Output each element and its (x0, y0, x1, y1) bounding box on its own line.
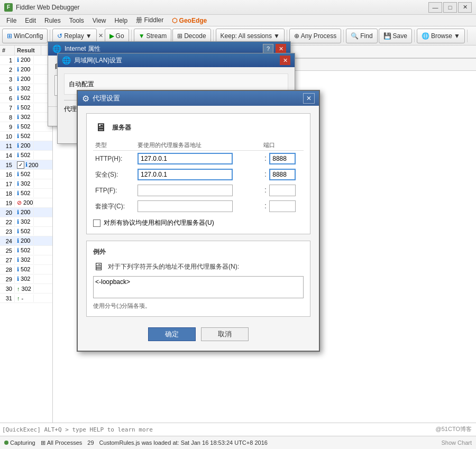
replay-dropdown-icon: ▼ (86, 32, 92, 40)
table-row[interactable]: 18ℹ 502 (0, 189, 52, 198)
row-icon: ℹ (17, 95, 19, 101)
exceptions-textarea[interactable]: <-loopback> (93, 276, 304, 298)
any-process-button[interactable]: ⊕ Any Process (289, 29, 341, 43)
table-row[interactable]: 10ℹ 502 (0, 132, 52, 141)
row-icon: ℹ (17, 276, 19, 282)
table-row[interactable]: 16ℹ 502 (0, 170, 52, 179)
winconfig-button[interactable]: ⊞ WinConfig (2, 29, 48, 43)
menu-tools[interactable]: Tools (65, 16, 88, 25)
close-button[interactable]: ✕ (458, 2, 472, 13)
internet-dialog-icon: 🌐 (52, 44, 61, 53)
proxy-socks-address-input[interactable] (138, 200, 233, 212)
table-row[interactable]: 14ℹ 502 (0, 151, 52, 160)
dialog-internet-help-button[interactable]: ? (263, 44, 273, 53)
show-chart-btn[interactable]: Show Chart (442, 439, 472, 446)
proxy-socks-sep: : (263, 201, 268, 210)
dialog-proxy-settings[interactable]: ⚙ 代理设置 ✕ 🖥 服务器 类型 要使用的代理服务器地址 端口 (77, 90, 320, 352)
proxy-secure-address-input[interactable] (138, 169, 233, 180)
menu-edit[interactable]: Edit (21, 16, 40, 25)
proxy-ftp-port-input[interactable] (269, 185, 296, 196)
dialog-lan-title-label: 局域网(LAN)设置 (74, 56, 122, 65)
row-icon: ℹ (17, 218, 19, 225)
proxy-secure-address-cell (135, 167, 261, 182)
table-row[interactable]: 1ℹ 200 (0, 56, 52, 65)
table-row[interactable]: 31↑ - (0, 294, 52, 303)
stream-label: Stream (147, 32, 167, 40)
proxy-secure-port-input[interactable] (269, 169, 296, 180)
dialog-lan-close-button[interactable]: ✕ (280, 56, 290, 65)
row-icon: ℹ (17, 114, 19, 120)
table-row[interactable]: 29ℹ 302 (0, 274, 52, 284)
proxy-ftp-address-input[interactable] (138, 185, 233, 196)
table-row[interactable]: 28ℹ 502 (0, 265, 52, 274)
table-row[interactable]: 3ℹ 200 (0, 75, 52, 84)
find-icon: 🔍 (351, 32, 359, 40)
row-icon: ℹ (17, 171, 19, 177)
proxy-ok-button[interactable]: 确定 (148, 327, 196, 341)
exceptions-title: 例外 (93, 248, 304, 256)
proxy-secure-sep: : (263, 170, 268, 178)
table-row[interactable]: 27ℹ 302 (0, 255, 52, 265)
table-row[interactable]: 6ℹ 502 (0, 94, 52, 103)
dialog-internet-close-button[interactable]: ✕ (276, 44, 286, 53)
table-row[interactable]: 17ℹ 302 (0, 179, 52, 189)
maximize-button[interactable]: □ (443, 2, 457, 13)
save-button[interactable]: 💾 Save (379, 29, 412, 43)
menu-fiddler-book[interactable]: 册 Fiddler (132, 15, 168, 26)
capturing-indicator (4, 441, 8, 445)
row-icon: ℹ (17, 237, 19, 244)
replay-icon: ↺ (57, 32, 62, 40)
table-row[interactable]: 23ℹ 502 (0, 227, 52, 236)
decode-icon: ⊞ (177, 32, 182, 40)
all-processes-label: All Processes (47, 439, 83, 446)
quickexec-input[interactable] (2, 426, 474, 433)
use-same-proxy-checkbox[interactable] (93, 219, 100, 227)
minimize-button[interactable]: — (428, 2, 442, 13)
table-row[interactable]: 19⊘ 200 (0, 198, 52, 208)
menu-geoedge[interactable]: ⬡ GeoEdge (168, 16, 211, 25)
find-button[interactable]: 🔍 Find (346, 29, 377, 43)
toolbar-x-label: ✕ (98, 32, 103, 39)
proxy-socks-port-input[interactable] (269, 200, 296, 212)
table-row[interactable]: 24ℹ 200 (0, 236, 52, 246)
table-row[interactable]: 25ℹ 502 (0, 246, 52, 255)
table-row[interactable]: 22ℹ 302 (0, 217, 52, 227)
menu-file[interactable]: File (2, 16, 21, 25)
col-header-result: Result (15, 45, 41, 55)
table-row[interactable]: 2ℹ 200 (0, 65, 52, 75)
capturing-label: Capturing (10, 439, 35, 446)
table-row[interactable]: 30↑ 302 (0, 284, 52, 294)
row-icon: ℹ (17, 247, 19, 253)
winconfig-label: WinConfig (14, 32, 43, 40)
table-row[interactable]: 7ℹ 502 (0, 103, 52, 113)
menu-help[interactable]: Help (111, 16, 132, 25)
proxy-title-left: ⚙ 代理设置 (82, 94, 120, 104)
row-icon: ℹ (17, 133, 19, 139)
show-chart-label: Show Chart (442, 439, 472, 446)
proxy-http-port-cell: : (261, 151, 304, 167)
keep-dropdown-icon: ▼ (273, 32, 280, 40)
browse-button[interactable]: 🌐 Browse ▼ (417, 29, 465, 43)
go-icon: ▶ (109, 32, 114, 40)
capturing-status: Capturing (4, 439, 35, 446)
proxy-http-address-input[interactable] (138, 153, 233, 164)
table-row[interactable]: 9ℹ 502 (0, 122, 52, 132)
proxy-cancel-button[interactable]: 取消 (201, 327, 249, 341)
proxy-http-port-input[interactable] (269, 153, 296, 164)
any-process-label: Any Process (301, 32, 336, 40)
row-checkbox[interactable] (17, 161, 24, 169)
proxy-close-button[interactable]: ✕ (303, 93, 315, 104)
menu-rules[interactable]: Rules (40, 16, 65, 25)
proxy-secure-label: 安全(S): (93, 167, 135, 182)
table-row[interactable]: 11ℹ 200 (0, 141, 52, 151)
table-row[interactable]: 15ℹ 200 (0, 160, 52, 170)
menu-view[interactable]: View (88, 16, 111, 25)
exceptions-note: 使用分号(;)分隔各项。 (93, 302, 304, 310)
toolbar-separator-7 (467, 30, 468, 42)
table-row[interactable]: 8ℹ 302 (0, 113, 52, 122)
table-row[interactable]: 5ℹ 302 (0, 84, 52, 94)
col-header-type: 类型 (93, 140, 135, 151)
proxy-row-secure: 安全(S): : (93, 167, 304, 182)
table-row[interactable]: 20ℹ 200 (0, 208, 52, 217)
proxy-socks-label: 套接字(C): (93, 198, 135, 214)
